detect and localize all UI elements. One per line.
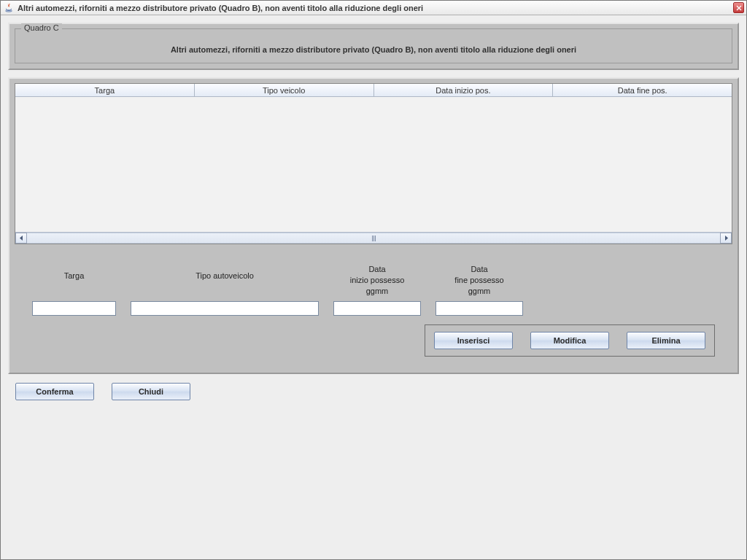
inserisci-button[interactable]: Inserisci: [434, 332, 513, 349]
chevron-right-icon: [724, 236, 729, 241]
label-data-inizio-l3: ggmm: [333, 286, 421, 297]
table-header: Targa Tipo veicolo Data inizio pos. Data…: [15, 84, 732, 97]
action-button-row: Inserisci Modifica Elimina: [425, 324, 715, 357]
column-targa[interactable]: Targa: [15, 84, 195, 96]
label-data-fine-l1: Data: [436, 264, 523, 275]
bottom-button-row: Conferma Chiudi: [8, 381, 739, 402]
label-data-fine-l2: fine possesso: [436, 275, 523, 286]
horizontal-scrollbar[interactable]: [15, 232, 732, 244]
conferma-button[interactable]: Conferma: [15, 383, 94, 400]
quadro-panel: Quadro C Altri automezzi, riforniti a me…: [8, 23, 739, 70]
column-data-inizio[interactable]: Data inizio pos.: [374, 84, 554, 96]
client-area: Quadro C Altri automezzi, riforniti a me…: [1, 15, 746, 559]
column-tipo-veicolo[interactable]: Tipo veicolo: [195, 84, 374, 96]
elimina-button[interactable]: Elimina: [627, 332, 705, 349]
label-data-fine: Data fine possesso ggmm: [436, 264, 523, 297]
data-inizio-field[interactable]: [333, 301, 421, 316]
table-body[interactable]: [15, 97, 732, 232]
label-tipo: Tipo autoveicolo: [131, 254, 319, 297]
modifica-button[interactable]: Modifica: [530, 332, 609, 349]
label-targa: Targa: [32, 254, 116, 297]
data-fine-field[interactable]: [436, 301, 523, 316]
form-labels-row: Targa Tipo autoveicolo Data inizio posse…: [32, 254, 715, 297]
scroll-track[interactable]: [27, 233, 720, 244]
quadro-legend: Quadro C: [21, 23, 62, 32]
chiudi-button[interactable]: Chiudi: [112, 383, 190, 400]
form-area: Targa Tipo autoveicolo Data inizio posse…: [15, 252, 732, 365]
window: Altri automezzi, riforniti a mezzo distr…: [0, 0, 747, 560]
column-data-fine[interactable]: Data fine pos.: [553, 84, 732, 96]
chevron-left-icon: [19, 236, 24, 241]
label-data-inizio-l1: Data: [333, 264, 421, 275]
label-data-fine-l3: ggmm: [436, 286, 523, 297]
targa-field[interactable]: [32, 301, 116, 316]
label-data-inizio: Data inizio possesso ggmm: [333, 264, 421, 297]
table: Targa Tipo veicolo Data inizio pos. Data…: [15, 83, 732, 244]
close-button[interactable]: [733, 2, 744, 13]
tipo-autoveicolo-field[interactable]: [131, 301, 319, 316]
scroll-grip-icon: [370, 234, 377, 243]
java-icon: [4, 3, 14, 13]
quadro-fieldset: Quadro C Altri automezzi, riforniti a me…: [15, 28, 732, 63]
label-data-inizio-l2: inizio possesso: [333, 275, 421, 286]
table-panel: Targa Tipo veicolo Data inizio pos. Data…: [8, 77, 739, 374]
window-title: Altri automezzi, riforniti a mezzo distr…: [18, 4, 733, 12]
scroll-left-button[interactable]: [15, 233, 27, 244]
scroll-right-button[interactable]: [720, 233, 732, 244]
titlebar: Altri automezzi, riforniti a mezzo distr…: [1, 1, 746, 15]
form-inputs-row: [32, 301, 715, 316]
quadro-title: Altri automezzi, riforniti a mezzo distr…: [23, 45, 724, 54]
close-icon: [736, 5, 742, 11]
